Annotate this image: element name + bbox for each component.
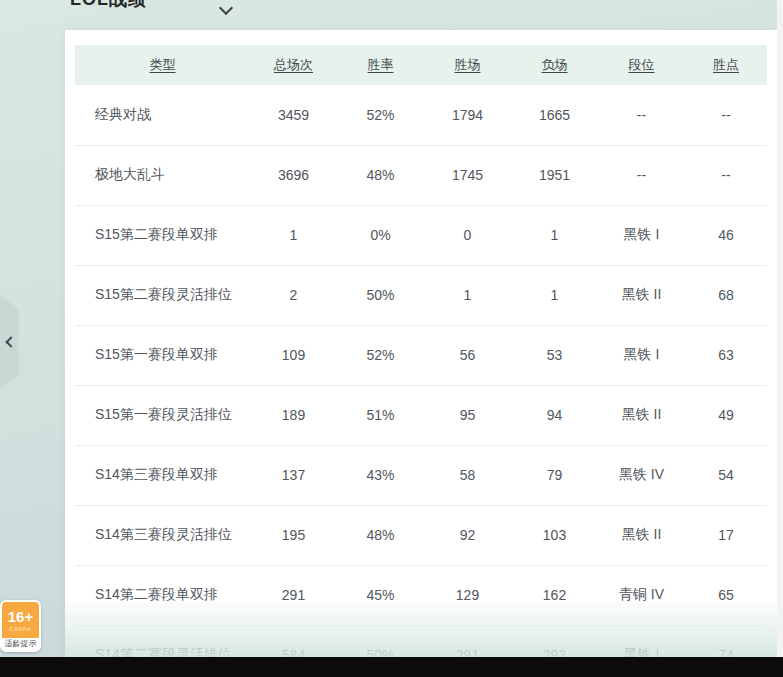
cell-type: S14第三赛段灵活排位 (75, 505, 250, 565)
cell-winrate: 52% (337, 325, 424, 385)
table-row: S15第一赛段灵活排位 189 51% 95 94 黑铁 II 49 (75, 385, 767, 445)
page-title: LOL战绩 (70, 0, 147, 11)
col-header-rank[interactable]: 段位 (598, 45, 685, 85)
table-row: S15第一赛段单双排 109 52% 56 53 黑铁 I 63 (75, 325, 767, 385)
col-header-winrate[interactable]: 胜率 (337, 45, 424, 85)
cell-total: 584 (250, 625, 337, 657)
cell-wins: 58 (424, 445, 511, 505)
cell-type: S15第一赛段灵活排位 (75, 385, 250, 445)
cell-points: 65 (685, 565, 767, 625)
cell-winrate: 52% (337, 85, 424, 145)
cell-losses: 162 (511, 565, 598, 625)
cell-points: 17 (685, 505, 767, 565)
age-rating-top: 16+ CADPA (2, 602, 39, 638)
cell-total: 189 (250, 385, 337, 445)
cell-losses: 94 (511, 385, 598, 445)
cell-rank: 青铜 IV (598, 565, 685, 625)
table-row: S15第二赛段灵活排位 2 50% 1 1 黑铁 II 68 (75, 265, 767, 325)
cell-winrate: 0% (337, 205, 424, 265)
cell-points: 54 (685, 445, 767, 505)
table-row: S14第三赛段灵活排位 195 48% 92 103 黑铁 II 17 (75, 505, 767, 565)
cell-wins: 1794 (424, 85, 511, 145)
table-row: 极地大乱斗 3696 48% 1745 1951 -- -- (75, 145, 767, 205)
table-row: S14第三赛段单双排 137 43% 58 79 黑铁 IV 54 (75, 445, 767, 505)
bottom-black-bar (0, 657, 783, 677)
age-rating-org: CADPA (10, 626, 32, 632)
cell-type: S15第二赛段单双排 (75, 205, 250, 265)
cell-losses: 1951 (511, 145, 598, 205)
cell-rank: 黑铁 II (598, 385, 685, 445)
page: { "header": { "title": "LOL战绩" }, "age_b… (0, 0, 783, 677)
cell-points: -- (685, 145, 767, 205)
col-header-losses[interactable]: 负场 (511, 45, 598, 85)
table-row: S14第二赛段单双排 291 45% 129 162 青铜 IV 65 (75, 565, 767, 625)
cell-wins: 291 (424, 625, 511, 657)
cell-points: 74 (685, 625, 767, 657)
cell-rank: 黑铁 IV (598, 445, 685, 505)
col-header-wins[interactable]: 胜场 (424, 45, 511, 85)
cell-winrate: 48% (337, 145, 424, 205)
cell-rank: 黑铁 I (598, 205, 685, 265)
cell-losses: 53 (511, 325, 598, 385)
right-edge-strip (777, 0, 783, 657)
table-row: S14第二赛段灵活排位 584 50% 291 293 黑铁 I 74 (75, 625, 767, 657)
col-header-type[interactable]: 类型 (75, 45, 250, 85)
cell-total: 137 (250, 445, 337, 505)
chevron-down-icon[interactable] (221, 3, 231, 13)
cell-winrate: 50% (337, 625, 424, 657)
collapse-panel-button[interactable] (0, 295, 19, 389)
table-header-row: 类型 总场次 胜率 胜场 负场 段位 胜点 (75, 45, 767, 85)
cell-total: 109 (250, 325, 337, 385)
cell-rank: -- (598, 85, 685, 145)
cell-points: 46 (685, 205, 767, 265)
col-header-total[interactable]: 总场次 (250, 45, 337, 85)
cell-type: S14第二赛段灵活排位 (75, 625, 250, 657)
cell-type: S14第三赛段单双排 (75, 445, 250, 505)
cell-type: 经典对战 (75, 85, 250, 145)
col-header-points[interactable]: 胜点 (685, 45, 767, 85)
cell-rank: 黑铁 I (598, 625, 685, 657)
cell-wins: 92 (424, 505, 511, 565)
age-rating-label: 适龄提示 (2, 638, 39, 650)
cell-points: 63 (685, 325, 767, 385)
cell-wins: 129 (424, 565, 511, 625)
cell-winrate: 51% (337, 385, 424, 445)
cell-type: S15第一赛段单双排 (75, 325, 250, 385)
cell-rank: 黑铁 II (598, 505, 685, 565)
age-rating-badge[interactable]: 16+ CADPA 适龄提示 (0, 600, 41, 652)
cell-total: 3459 (250, 85, 337, 145)
cell-winrate: 43% (337, 445, 424, 505)
cell-wins: 56 (424, 325, 511, 385)
cell-rank: 黑铁 II (598, 265, 685, 325)
cell-losses: 1 (511, 205, 598, 265)
cell-total: 3696 (250, 145, 337, 205)
cell-losses: 79 (511, 445, 598, 505)
cell-total: 291 (250, 565, 337, 625)
cell-points: -- (685, 85, 767, 145)
cell-total: 2 (250, 265, 337, 325)
cell-losses: 1665 (511, 85, 598, 145)
stats-card: 类型 总场次 胜率 胜场 负场 段位 胜点 经典对战 3459 52% 1794… (65, 30, 777, 657)
table-row: S15第二赛段单双排 1 0% 0 1 黑铁 I 46 (75, 205, 767, 265)
chevron-left-icon (5, 336, 16, 347)
cell-points: 68 (685, 265, 767, 325)
cell-winrate: 50% (337, 265, 424, 325)
cell-type: S14第二赛段单双排 (75, 565, 250, 625)
cell-wins: 1 (424, 265, 511, 325)
table-row: 经典对战 3459 52% 1794 1665 -- -- (75, 85, 767, 145)
cell-rank: -- (598, 145, 685, 205)
cell-losses: 103 (511, 505, 598, 565)
cell-type: 极地大乱斗 (75, 145, 250, 205)
cell-winrate: 48% (337, 505, 424, 565)
cell-winrate: 45% (337, 565, 424, 625)
cell-losses: 1 (511, 265, 598, 325)
cell-total: 195 (250, 505, 337, 565)
stats-table: 类型 总场次 胜率 胜场 负场 段位 胜点 经典对战 3459 52% 1794… (75, 45, 767, 657)
cell-wins: 95 (424, 385, 511, 445)
cell-total: 1 (250, 205, 337, 265)
cell-points: 49 (685, 385, 767, 445)
age-rating-value: 16+ (8, 609, 33, 624)
cell-losses: 293 (511, 625, 598, 657)
cell-type: S15第二赛段灵活排位 (75, 265, 250, 325)
cell-rank: 黑铁 I (598, 325, 685, 385)
